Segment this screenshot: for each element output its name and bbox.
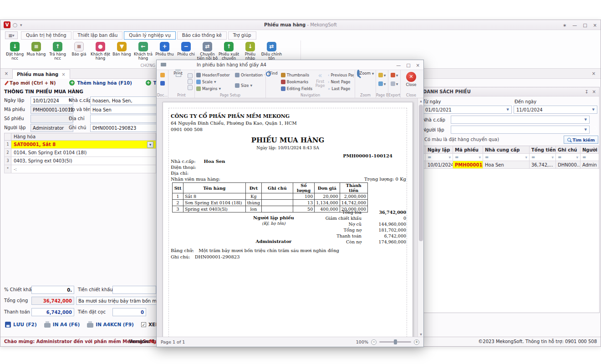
tool-dieu-chinh-ton[interactable]: ⇄Điều chỉnh tồn	[261, 41, 282, 61]
scroll-down-icon[interactable]: ▼	[418, 333, 423, 336]
filter-cell[interactable]: =▼	[483, 154, 530, 161]
chevron-down-icon[interactable]: ▼	[592, 108, 595, 111]
zoom-slider[interactable]	[379, 341, 411, 343]
tool-khach-dat-hang[interactable]: ●Khách đặt hàng	[90, 41, 111, 61]
print-options-icon[interactable]	[188, 79, 193, 84]
print-a4-button[interactable]: IN A4 (F6)	[44, 322, 80, 328]
scale-button[interactable]: Scale▼	[196, 78, 234, 85]
tu-ngay-input[interactable]: 01/01/2021▼	[423, 106, 512, 114]
col-ngay-lap[interactable]: Ngày lập	[426, 146, 453, 153]
quick-access-caret-icon[interactable]: ▾	[20, 23, 22, 27]
send-email-button[interactable]: ▼	[391, 81, 398, 86]
tool-phieu-chi[interactable]: −Phiếu chi	[175, 41, 197, 56]
ribbon-tab-bao-cao-thong-ke[interactable]: Báo cáo thống kê	[177, 31, 227, 40]
col-nguoi[interactable]: Người	[581, 146, 599, 153]
col-tong-tien[interactable]: Tổng tiền	[530, 146, 556, 153]
window-close-button[interactable]: ×	[593, 23, 597, 28]
zoom-slider-thumb[interactable]	[394, 339, 397, 344]
tabbar-close-left-button[interactable]: ×	[3, 71, 10, 77]
orientation-button[interactable]: Orientation▼	[234, 71, 265, 78]
header-footer-button[interactable]: Header/Footer	[196, 71, 234, 78]
panel-nguoi-lap-combo[interactable]: ▼	[451, 126, 590, 134]
preview-scrollbar[interactable]: ▲ ▼	[418, 98, 423, 337]
add-item-button[interactable]: +Thêm hàng hóa (F10)	[69, 80, 132, 86]
filter-cell[interactable]: =	[581, 154, 599, 161]
checkbox-checked-icon[interactable]: ✓	[141, 322, 146, 327]
filter-cell[interactable]: =▼	[426, 154, 453, 161]
ngay-lap-input[interactable]: 10/01/2024▼	[31, 96, 73, 105]
filter-funnel-icon[interactable]: ▼	[479, 156, 481, 159]
col-nha-cung-cap[interactable]: Nhà cung cấp	[483, 146, 530, 153]
grid-row[interactable]: 2 0104, Sơn Spring Ext 0104 (18l)	[4, 149, 156, 157]
filter-funnel-icon[interactable]: ▼	[551, 156, 554, 159]
grid-column-hang-hoa[interactable]: Hàng hóa	[11, 133, 156, 140]
next-page-button[interactable]: ›Next Page	[327, 78, 354, 85]
ribbon-tab-tro-giup[interactable]: Trợ giúp	[228, 31, 256, 40]
tool-khach-tra-hang[interactable]: ←Khách trả hàng	[132, 41, 154, 61]
filter-cell[interactable]: =▼	[556, 154, 581, 161]
nguoi-lap-input[interactable]: Administrator	[31, 124, 73, 132]
search-button[interactable]: Tìm kiếm	[564, 136, 598, 144]
bookmarks-button[interactable]: Bookmarks	[280, 78, 313, 85]
print-a4kcn-button[interactable]: IN A4KCN (F9)	[87, 322, 134, 328]
tool-tra-hang-ncc[interactable]: ↑Trả hàng ncc	[47, 41, 68, 61]
filter-funnel-icon[interactable]: ▼	[576, 156, 578, 159]
grid-combo-button[interactable]: ▼	[147, 142, 153, 148]
ribbon-tab-thiet-lap-ban-dau[interactable]: Thiết lập ban đầu	[73, 31, 123, 40]
chevron-down-icon[interactable]: ▼	[585, 118, 587, 121]
grid-new-row[interactable]: * -:	[4, 165, 156, 173]
ma-phieu-input[interactable]: PMH00001-100124	[31, 106, 73, 114]
last-page-button[interactable]: »Last Page	[327, 85, 354, 92]
editing-fields-button[interactable]: Editing Fields	[280, 85, 313, 92]
close-preview-button[interactable]: ✕Close	[406, 71, 416, 87]
window-pin-button[interactable]: ∗	[563, 23, 566, 28]
margins-button[interactable]: Margins▼	[196, 85, 234, 92]
col-ma-phieu[interactable]: Mã phiếu	[453, 146, 483, 153]
filter-cell[interactable]: =▼	[530, 154, 556, 161]
zoom-out-button[interactable]: −	[371, 339, 377, 345]
filter-funnel-icon[interactable]: ▼	[448, 156, 451, 159]
tool-phieu-thu[interactable]: +Phiếu thu	[154, 41, 175, 56]
scrollbar-thumb[interactable]	[419, 105, 423, 241]
open-document-icon[interactable]	[160, 73, 165, 77]
grid-row[interactable]: 3 0403, Spring ext 0403(5l)	[4, 157, 156, 165]
col-ghi-chu[interactable]: Ghi chú	[556, 146, 581, 153]
create-new-button[interactable]: Tạo mới (Ctrl + N)	[6, 81, 56, 86]
first-page-button[interactable]: «First Page	[314, 71, 326, 88]
ribbon-tab-quan-tri-he-thong[interactable]: Quản trị hệ thống	[21, 31, 71, 40]
dialog-close-button[interactable]: ×	[416, 63, 420, 68]
tab-close-icon[interactable]: ×	[61, 72, 65, 77]
tabbar-close-right-button[interactable]: ×	[591, 71, 597, 77]
tien-ck-input[interactable]	[112, 286, 156, 294]
panel-nha-ccap-combo[interactable]: ▼	[451, 116, 590, 124]
previous-page-button[interactable]: ‹Previous Page	[327, 71, 354, 78]
so-phieu-input[interactable]	[31, 115, 73, 123]
tool-chuyen-tien-noi-bo[interactable]: ⇄Chuyển tiền nội bộ	[197, 41, 218, 61]
zoom-button[interactable]: Zoom ▼	[357, 71, 375, 76]
print-button[interactable]: Print	[169, 71, 187, 76]
tool-mua-hang[interactable]: ≡Mua hàng	[25, 41, 47, 56]
grid-row-selected[interactable]: 1 SAT00001, Sắt 8▼	[4, 141, 156, 149]
thanh-toan-input[interactable]: 6,742,000	[31, 308, 74, 316]
find-button[interactable]: Find	[267, 71, 280, 76]
dialog-maximize-button[interactable]: □	[406, 63, 410, 68]
chevron-down-icon[interactable]: ▼	[585, 128, 587, 131]
save-document-icon[interactable]	[160, 81, 165, 86]
filter-cell[interactable]: =▼	[453, 154, 483, 161]
dat-coc-input[interactable]: 0	[112, 308, 146, 316]
chevron-down-icon[interactable]: ▼	[507, 108, 509, 111]
window-minimize-button[interactable]: —	[572, 23, 577, 28]
quick-print-icon[interactable]	[188, 73, 193, 78]
thumbnails-button[interactable]: Thumbnails	[280, 71, 313, 78]
zoom-in-button[interactable]: +	[414, 339, 419, 345]
tool-bao-gia[interactable]: ≡Báo giá	[68, 41, 90, 56]
tool-dat-hang-ncc[interactable]: ↓Đặt hàng ncc	[4, 41, 25, 61]
tab-phieu-mua-hang[interactable]: Phiếu mua hàng×	[12, 69, 70, 79]
ribbon-tab-quan-ly-nghiep-vu[interactable]: Quản lý nghiệp vụ	[124, 31, 175, 40]
ribbon-menu-icon[interactable]: ▦▾	[5, 31, 18, 39]
watermark-button[interactable]: ▼	[378, 81, 386, 86]
window-maximize-button[interactable]: □	[583, 23, 587, 28]
save-button[interactable]: LƯU (F2)	[5, 322, 37, 328]
export-document-button[interactable]: ▼	[391, 73, 398, 77]
print-settings-icon[interactable]	[188, 85, 193, 90]
